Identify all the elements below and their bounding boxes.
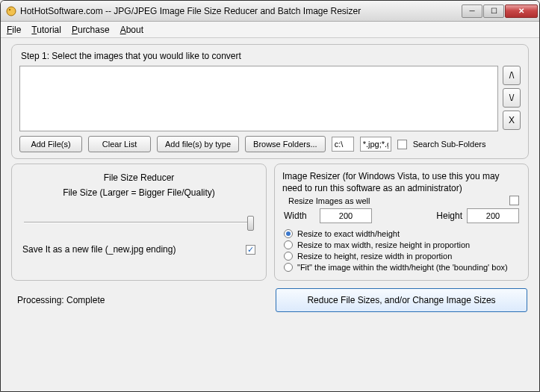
move-down-button[interactable]: \/ (503, 88, 521, 108)
process-button[interactable]: Reduce File Sizes, and/or Change Image S… (276, 288, 527, 312)
menubar: File Tutorial Purchase About (1, 22, 539, 38)
height-input[interactable] (467, 208, 519, 223)
search-subfolders-checkbox[interactable] (397, 140, 407, 149)
remove-button[interactable]: X (503, 111, 521, 130)
pattern-input[interactable] (360, 137, 391, 152)
svg-point-1 (9, 8, 10, 10)
radio-maxw[interactable] (284, 240, 293, 249)
radio-fit[interactable] (284, 263, 293, 272)
radio-fit-label: "Fit" the image within the width/height … (297, 263, 508, 272)
status-text: Processing: Complete (13, 295, 268, 305)
resize-also-checkbox[interactable] (509, 196, 519, 205)
step1-label: Step 1: Select the images that you would… (21, 51, 521, 61)
app-icon (5, 5, 17, 17)
width-input[interactable] (320, 208, 372, 223)
content: Step 1: Select the images that you would… (1, 38, 539, 391)
minimize-button[interactable]: ─ (462, 4, 482, 18)
svg-point-0 (7, 7, 16, 16)
add-files-button[interactable]: Add File(s) (19, 136, 82, 152)
radio-exact-label: Resize to exact width/height (297, 229, 400, 238)
path-input[interactable] (332, 137, 354, 152)
height-label: Height (436, 211, 462, 221)
menu-purchase[interactable]: Purchase (72, 25, 110, 35)
titlebar: HotHotSoftware.com -- JPG/JPEG Image Fil… (1, 1, 539, 22)
radio-maxw-label: Resize to max width, resize height in pr… (297, 240, 470, 249)
quality-slider[interactable] (24, 213, 254, 234)
move-up-button[interactable]: /\ (503, 66, 521, 85)
step1-group: Step 1: Select the images that you would… (11, 44, 529, 159)
save-new-label: Save It as a new file (_new.jpg ending) (22, 244, 176, 255)
file-list[interactable] (19, 66, 498, 131)
menu-tutorial[interactable]: Tutorial (31, 25, 61, 35)
resize-also-label: Resize Images as well (288, 196, 370, 205)
search-subfolders-label: Search Sub-Folders (413, 140, 486, 149)
resizer-group: Image Resizer (for Windows Vista, to use… (274, 164, 529, 281)
browse-folders-button[interactable]: Browse Folders... (245, 136, 326, 152)
clear-list-button[interactable]: Clear List (88, 136, 151, 152)
close-button[interactable]: ✕ (505, 4, 538, 18)
save-new-checkbox[interactable] (246, 245, 255, 255)
resizer-title: Image Resizer (for Windows Vista, to use… (282, 170, 521, 194)
reducer-title: File Size Reducer (19, 170, 258, 187)
reducer-group: File Size Reducer File Size (Larger = Bi… (11, 164, 267, 281)
radio-height[interactable] (284, 252, 293, 261)
menu-about[interactable]: About (120, 25, 143, 35)
window-title: HotHotSoftware.com -- JPG/JPEG Image Fil… (20, 6, 462, 16)
add-by-type-button[interactable]: Add file(s) by type (157, 136, 239, 152)
radio-height-label: Resize to height, resize width in propor… (297, 252, 452, 261)
slider-thumb[interactable] (247, 216, 254, 231)
menu-file[interactable]: File (7, 25, 21, 35)
radio-exact[interactable] (284, 229, 293, 238)
window: HotHotSoftware.com -- JPG/JPEG Image Fil… (0, 0, 540, 392)
width-label: Width (284, 211, 315, 221)
reducer-subtitle: File Size (Larger = Bigger File/Quality) (19, 187, 258, 198)
maximize-button[interactable]: ☐ (483, 4, 504, 18)
